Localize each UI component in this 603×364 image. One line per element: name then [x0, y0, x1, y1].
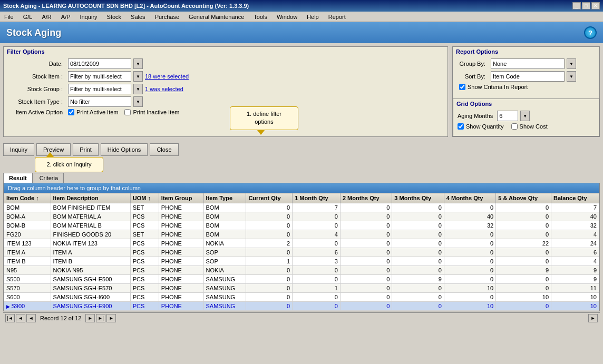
- stock-group-label: Stock Group :: [8, 86, 66, 92]
- nav-first-btn[interactable]: |◄: [5, 314, 15, 322]
- show-criteria-label: Show Criteria In Report: [468, 84, 528, 90]
- stock-group-combo-btn[interactable]: ▼: [133, 84, 143, 94]
- date-input[interactable]: [68, 58, 131, 69]
- print-inactive-checkbox-row[interactable]: Print Inactive Item: [124, 109, 179, 115]
- table-row[interactable]: S570SAMSUNG SGH-E570PCSPHONESAMSUNG01001…: [4, 284, 599, 293]
- menu-inquiry[interactable]: Inquiry: [78, 13, 100, 21]
- stock-item-type-label: Stock Item Type :: [8, 99, 66, 105]
- table-row[interactable]: ▶ S900SAMSUNG SGH-E900PCSPHONESAMSUNG000…: [4, 302, 599, 311]
- drag-header: Drag a column header here to group by th…: [4, 183, 599, 193]
- menu-general-maintenance[interactable]: General Maintenance: [187, 13, 246, 21]
- page-title: Stock Aging: [6, 27, 61, 38]
- stock-item-label: Stock Item :: [8, 73, 66, 80]
- sort-by-label: Sort By:: [457, 73, 489, 80]
- tab-criteria[interactable]: Criteria: [34, 173, 64, 183]
- nav-prev-btn[interactable]: ◄: [16, 314, 25, 322]
- date-label: Date:: [8, 61, 66, 67]
- inquiry-button[interactable]: Inquiry: [3, 143, 34, 156]
- sort-by-combo-btn[interactable]: ▼: [567, 71, 576, 82]
- stock-item-link[interactable]: 18 were selected: [145, 73, 189, 80]
- col-2-months-qty[interactable]: 2 Months Qty: [340, 193, 392, 203]
- table-row[interactable]: BOM-ABOM MATERIAL APCSPHONEBOM000040040: [4, 212, 599, 221]
- print-active-label: Print Active Item: [76, 109, 118, 115]
- menu-gl[interactable]: G/L: [21, 13, 35, 21]
- table-row[interactable]: S600SAMSUNG SGH-I600PCSPHONESAMSUNG00000…: [4, 293, 599, 302]
- col-5-above-qty[interactable]: 5 & Above Qty: [496, 193, 551, 203]
- table-row[interactable]: FG20FINISHED GOODS 20SETPHONEBOM0400004: [4, 230, 599, 239]
- print-active-checkbox[interactable]: [68, 109, 74, 115]
- col-item-type[interactable]: Item Type: [203, 193, 246, 203]
- show-quantity-checkbox-row[interactable]: Show Quantity: [458, 123, 504, 130]
- nav-add-btn[interactable]: ►: [106, 314, 116, 322]
- table-row[interactable]: BOMBOM FINISHED ITEMSETPHONEBOM0700007: [4, 203, 599, 212]
- col-item-group[interactable]: Item Group: [159, 193, 203, 203]
- col-uom[interactable]: UOM ↑: [130, 193, 159, 203]
- data-table: Item Code ↑ Item Description UOM ↑ Item …: [4, 193, 599, 311]
- show-cost-checkbox-row[interactable]: Show Cost: [511, 123, 548, 130]
- col-3-months-qty[interactable]: 3 Months Qty: [392, 193, 444, 203]
- menu-ar[interactable]: A/R: [40, 13, 53, 21]
- minimize-btn[interactable]: _: [572, 2, 581, 9]
- date-picker-btn[interactable]: ▼: [133, 58, 143, 69]
- col-4-months-qty[interactable]: 4 Months Qty: [444, 193, 495, 203]
- record-text: Record 12 of 12: [40, 315, 81, 321]
- tab-result[interactable]: Result: [3, 173, 33, 183]
- col-item-description[interactable]: Item Description: [51, 193, 130, 203]
- menu-tools[interactable]: Tools: [251, 13, 269, 21]
- table-row[interactable]: ITEM AITEM APCSPHONESOP0600006: [4, 248, 599, 257]
- show-cost-checkbox[interactable]: [511, 123, 518, 130]
- group-by-input[interactable]: [491, 58, 565, 69]
- col-1-month-qty[interactable]: 1 Month Qty: [293, 193, 341, 203]
- stock-group-input[interactable]: [68, 84, 131, 94]
- show-quantity-checkbox[interactable]: [458, 123, 464, 130]
- group-by-combo-btn[interactable]: ▼: [567, 58, 576, 69]
- print-active-checkbox-row[interactable]: Print Active Item: [68, 109, 118, 115]
- scroll-right-btn[interactable]: ►: [588, 314, 598, 322]
- table-row[interactable]: N95NOKIA N95PCSPHONENOKIA0000099: [4, 266, 599, 275]
- table-row[interactable]: BOM-BBOM MATERIAL BPCSPHONEBOM000032032: [4, 221, 599, 230]
- stock-group-link[interactable]: 1 was selected: [145, 86, 183, 92]
- sort-by-input[interactable]: [491, 71, 565, 82]
- menu-file[interactable]: File: [2, 13, 16, 21]
- title-bar: Stock Aging - LEARNG AUTOCOUNT SDN BHD […: [0, 0, 603, 12]
- menu-window[interactable]: Window: [275, 13, 299, 21]
- maximize-btn[interactable]: □: [582, 2, 590, 9]
- aging-months-combo-btn[interactable]: ▼: [520, 111, 530, 121]
- menu-sales[interactable]: Sales: [129, 13, 148, 21]
- show-criteria-checkbox-row[interactable]: Show Criteria In Report: [459, 84, 528, 90]
- grid-options-panel: Grid Options Aging Months ▼ Show Quantit…: [453, 99, 599, 136]
- hide-options-button[interactable]: Hide Options: [101, 143, 148, 156]
- col-balance-qty[interactable]: Balance Qty: [551, 193, 599, 203]
- aging-months-input[interactable]: [497, 111, 518, 121]
- table-row[interactable]: ITEM BITEM BPCSPHONESOP1300004: [4, 257, 599, 266]
- table-row[interactable]: S500SAMSUNG SGH-E500PCSPHONESAMSUNG00090…: [4, 275, 599, 284]
- col-item-code[interactable]: Item Code ↑: [4, 193, 51, 203]
- close-window-btn[interactable]: ✕: [591, 2, 600, 9]
- show-criteria-checkbox[interactable]: [459, 84, 465, 90]
- col-current-qty[interactable]: Current Qty: [246, 193, 293, 203]
- menu-ap[interactable]: A/P: [59, 13, 73, 21]
- menu-stock[interactable]: Stock: [105, 13, 124, 21]
- nav-last-btn[interactable]: ►|: [96, 314, 105, 322]
- print-inactive-checkbox[interactable]: [124, 109, 131, 115]
- stock-item-combo-btn[interactable]: ▼: [133, 71, 143, 82]
- close-button[interactable]: Close: [150, 143, 178, 156]
- callout-click-inquiry: 2. click on Inquiry: [35, 157, 103, 172]
- help-button[interactable]: ?: [584, 26, 597, 39]
- print-button[interactable]: Print: [73, 143, 99, 156]
- aging-months-label: Aging Months: [458, 113, 493, 119]
- menu-help[interactable]: Help: [305, 13, 321, 21]
- stock-item-type-combo-btn[interactable]: ▼: [133, 96, 143, 107]
- stock-item-input[interactable]: [68, 71, 131, 82]
- nav-back-btn[interactable]: ◄: [26, 314, 36, 322]
- stock-item-type-input[interactable]: [68, 96, 131, 107]
- menu-report[interactable]: Report: [326, 13, 348, 21]
- window-controls[interactable]: _ □ ✕: [572, 2, 600, 9]
- header-strip: Stock Aging ?: [0, 22, 603, 43]
- status-bar: |◄ ◄ ◄ Record 12 of 12 ► ►| ► ►: [3, 312, 600, 323]
- menu-purchase[interactable]: Purchase: [153, 13, 181, 21]
- tabs-row: Result Criteria: [3, 173, 600, 183]
- show-cost-label: Show Cost: [520, 123, 548, 130]
- nav-next-btn[interactable]: ►: [85, 314, 95, 322]
- table-row[interactable]: ITEM 123NOKIA ITEM 123PCSPHONENOKIA20000…: [4, 239, 599, 248]
